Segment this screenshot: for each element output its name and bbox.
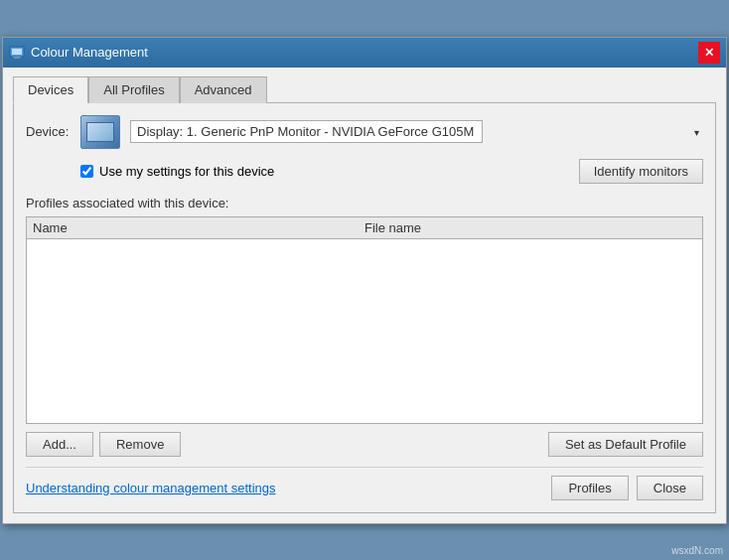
checkbox-part: Use my settings for this device — [80, 164, 579, 179]
tab-advanced[interactable]: Advanced — [180, 76, 267, 103]
monitor-screen — [86, 122, 114, 142]
watermark: wsxdN.com — [671, 545, 723, 556]
profiles-heading: Profiles associated with this device: — [26, 196, 703, 210]
window-title: Colour Management — [31, 45, 148, 60]
monitor-icon — [80, 115, 120, 149]
understanding-link[interactable]: Understanding colour management settings — [26, 481, 275, 495]
identify-monitors-button[interactable]: Identify monitors — [579, 159, 703, 184]
device-dropdown-wrapper: Display: 1. Generic PnP Monitor - NVIDIA… — [130, 120, 703, 143]
table-body — [27, 239, 702, 423]
main-window: Colour Management ✕ Devices All Profiles… — [2, 37, 727, 524]
remove-button[interactable]: Remove — [99, 432, 181, 457]
add-button[interactable]: Add... — [26, 432, 93, 457]
footer: Understanding colour management settings… — [26, 467, 703, 500]
profiles-button[interactable]: Profiles — [551, 476, 628, 500]
profiles-table: Name File name — [26, 216, 703, 424]
tab-bar: Devices All Profiles Advanced — [13, 75, 716, 102]
table-header: Name File name — [27, 217, 702, 239]
device-row: Device: Display: 1. Generic PnP Monitor … — [26, 115, 703, 149]
dropdown-arrow-icon: ▾ — [694, 126, 699, 137]
svg-rect-1 — [12, 49, 22, 55]
svg-rect-2 — [14, 58, 20, 59]
title-bar-left: Colour Management — [9, 45, 148, 61]
svg-rect-3 — [13, 57, 21, 58]
app-icon — [9, 45, 25, 61]
checkbox-identify-row: Use my settings for this device Identify… — [26, 159, 703, 184]
close-button[interactable]: Close — [637, 476, 703, 500]
col-filename-header: File name — [364, 220, 696, 235]
footer-right: Profiles Close — [551, 476, 703, 500]
action-buttons-row: Add... Remove Set as Default Profile — [26, 432, 703, 457]
content-area: Devices All Profiles Advanced Device: Di… — [3, 68, 726, 523]
col-name-header: Name — [33, 220, 364, 235]
use-settings-label[interactable]: Use my settings for this device — [99, 164, 274, 179]
device-select[interactable]: Display: 1. Generic PnP Monitor - NVIDIA… — [130, 120, 483, 143]
device-label: Device: — [26, 124, 71, 139]
title-bar: Colour Management ✕ — [3, 38, 726, 68]
use-settings-checkbox[interactable] — [80, 165, 93, 178]
tab-devices[interactable]: Devices — [13, 76, 88, 103]
set-default-button[interactable]: Set as Default Profile — [548, 432, 703, 457]
tab-all-profiles[interactable]: All Profiles — [88, 76, 179, 103]
close-title-button[interactable]: ✕ — [698, 42, 720, 64]
tab-content-devices: Device: Display: 1. Generic PnP Monitor … — [13, 102, 716, 513]
